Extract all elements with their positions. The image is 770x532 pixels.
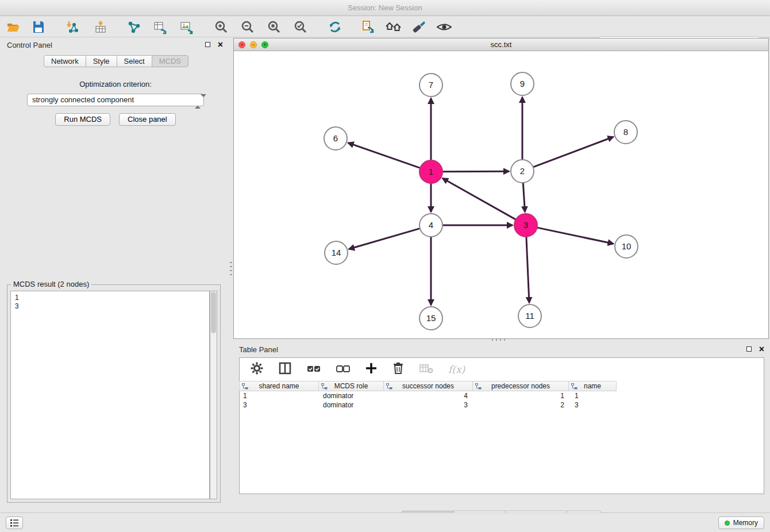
result-line: 1 xyxy=(15,294,205,302)
column-header-successor-nodes[interactable]: successor nodes xyxy=(383,381,473,391)
graph-node-label: 11 xyxy=(525,311,534,321)
network-canvas[interactable]: 7968124314101511 xyxy=(234,52,768,338)
zoom-in-icon[interactable] xyxy=(213,18,230,36)
control-panel: Control Panel × NetworkStyleSelectMCDS O… xyxy=(1,38,230,509)
graph-node-label: 9 xyxy=(520,79,525,88)
cell-shared-name[interactable]: 3 xyxy=(240,400,319,410)
status-bar: Memory xyxy=(0,512,770,532)
graph[interactable]: 7968124314101511 xyxy=(234,52,768,339)
table-row[interactable]: 3dominator323 xyxy=(240,400,764,410)
main-toolbar xyxy=(0,17,770,37)
cell-predecessor-nodes[interactable]: 2 xyxy=(475,400,571,410)
panel-list-button[interactable] xyxy=(6,516,23,529)
maximize-window-icon[interactable]: + xyxy=(261,41,268,48)
select-all-icon[interactable] xyxy=(306,363,321,376)
import-network-icon[interactable] xyxy=(63,18,80,36)
delete-column-icon[interactable] xyxy=(392,361,405,377)
close-panel-icon[interactable]: × xyxy=(218,39,223,51)
optimization-select[interactable]: strongly connected component xyxy=(27,94,204,106)
tab-network[interactable]: Network xyxy=(44,55,86,67)
vertical-splitter-grip[interactable] xyxy=(230,262,232,276)
column-header-shared-name[interactable]: shared name xyxy=(239,381,319,391)
graph-edge-1-6[interactable] xyxy=(349,143,420,168)
graph-edge-1-2[interactable] xyxy=(442,171,509,172)
zoom-selected-icon[interactable] xyxy=(292,18,309,36)
column-header-name[interactable]: name xyxy=(568,381,617,391)
clear-selection-icon[interactable] xyxy=(336,363,351,376)
zoom-out-icon[interactable] xyxy=(239,18,256,36)
import-table-icon[interactable] xyxy=(92,18,109,36)
graph-node-label: 6 xyxy=(333,133,338,143)
graph-edge-4-14[interactable] xyxy=(349,229,420,249)
apply-style-icon[interactable] xyxy=(410,18,428,36)
graph-edge-2-8[interactable] xyxy=(533,137,613,167)
cell-name[interactable]: 3 xyxy=(571,400,619,410)
graph-node-label: 14 xyxy=(332,248,341,257)
horizontal-splitter-grip[interactable] xyxy=(492,338,506,341)
table-header-row: shared nameMCDS rolesuccessor nodesprede… xyxy=(240,381,764,391)
result-scrollbar[interactable] xyxy=(210,291,217,499)
graph-edge-3-1[interactable] xyxy=(443,179,516,219)
window-title: Session: New Session xyxy=(348,3,422,12)
graph-node-label: 8 xyxy=(623,127,628,137)
close-panel-button[interactable]: Close panel xyxy=(119,113,176,126)
table-row[interactable]: 1dominator411 xyxy=(240,391,764,400)
export-network-icon[interactable] xyxy=(125,18,143,36)
mcds-result-list[interactable]: 13 xyxy=(10,291,210,499)
export-table-icon[interactable] xyxy=(152,18,169,36)
zoom-fit-icon[interactable] xyxy=(265,18,283,36)
cell-name[interactable]: 1 xyxy=(571,391,619,400)
chevron-up-down-icon xyxy=(195,96,201,107)
close-table-panel-icon[interactable]: × xyxy=(759,344,764,355)
eye-icon[interactable] xyxy=(436,18,453,36)
graph-edge-3-10[interactable] xyxy=(537,228,613,244)
graph-node-label: 15 xyxy=(426,313,436,323)
columns-icon[interactable] xyxy=(278,361,292,377)
table-panel: Table Panel × xyxy=(233,342,769,509)
run-mcds-button[interactable]: Run MCDS xyxy=(55,113,110,126)
cell-successor-nodes[interactable]: 4 xyxy=(385,391,475,400)
control-panel-title: Control Panel xyxy=(1,38,52,49)
minimize-window-icon[interactable]: − xyxy=(250,41,257,48)
export-image-icon[interactable] xyxy=(178,18,195,36)
control-panel-tabs: NetworkStyleSelectMCDS xyxy=(44,55,230,67)
graph-edge-2-3[interactable] xyxy=(523,183,525,211)
memory-status-icon xyxy=(725,521,730,526)
home-icon[interactable] xyxy=(385,18,402,36)
cell-MCDS-role[interactable]: dominator xyxy=(319,391,385,400)
mcds-result-title: MCDS result (2 nodes) xyxy=(11,280,91,288)
cell-predecessor-nodes[interactable]: 1 xyxy=(475,391,571,400)
refresh-icon[interactable] xyxy=(326,18,344,36)
settings-icon[interactable] xyxy=(250,361,264,377)
optimization-select-value: strongly connected component xyxy=(32,95,134,104)
delete-table-icon xyxy=(419,363,434,376)
save-icon[interactable] xyxy=(30,18,47,36)
tab-select[interactable]: Select xyxy=(117,55,152,67)
column-header-MCDS-role[interactable]: MCDS role xyxy=(318,381,384,391)
cell-MCDS-role[interactable]: dominator xyxy=(319,400,385,410)
copy-view-icon[interactable] xyxy=(360,18,377,36)
result-line: 3 xyxy=(15,302,205,311)
result-scrollbar-thumb[interactable] xyxy=(211,292,216,333)
network-window-titlebar[interactable]: × − + scc.txt xyxy=(234,38,768,51)
float-panel-icon[interactable] xyxy=(205,42,210,47)
graph-node-label: 7 xyxy=(429,80,433,90)
cell-shared-name[interactable]: 1 xyxy=(240,391,319,400)
memory-button[interactable]: Memory xyxy=(718,516,764,529)
tab-mcds[interactable]: MCDS xyxy=(152,55,188,67)
float-table-panel-icon[interactable] xyxy=(746,346,752,352)
cell-successor-nodes[interactable]: 3 xyxy=(385,400,475,410)
graph-edge-3-11[interactable] xyxy=(526,237,529,302)
memory-label: Memory xyxy=(733,519,758,527)
graph-node-label: 4 xyxy=(429,220,433,230)
open-folder-icon[interactable] xyxy=(5,18,22,36)
graph-node-label: 10 xyxy=(622,241,632,251)
column-header-predecessor-nodes[interactable]: predecessor nodes xyxy=(472,381,569,391)
node-table: shared nameMCDS rolesuccessor nodesprede… xyxy=(240,381,764,410)
add-column-icon[interactable] xyxy=(365,362,378,377)
optimization-label: Optimization criterion: xyxy=(1,80,230,88)
graph-node-label: 3 xyxy=(523,220,528,230)
tab-style[interactable]: Style xyxy=(86,55,117,67)
table-toolbar: f(x) xyxy=(240,358,764,381)
close-window-icon[interactable]: × xyxy=(238,41,245,48)
